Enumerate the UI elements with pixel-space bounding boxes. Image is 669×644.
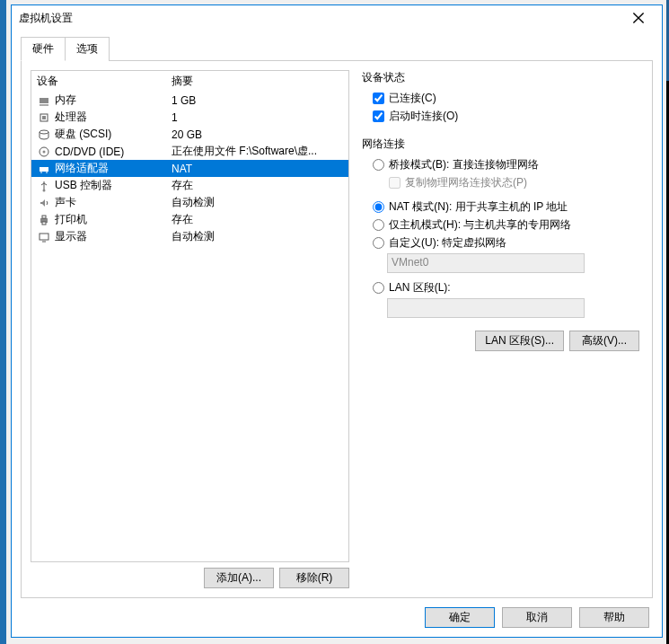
- right-buttons: LAN 区段(S)... 高级(V)...: [362, 331, 639, 351]
- tab-options[interactable]: 选项: [65, 37, 110, 61]
- lanseg-select: [387, 298, 585, 318]
- device-icon: [37, 93, 51, 108]
- device-label: 处理器: [55, 110, 172, 125]
- remove-button[interactable]: 移除(R): [279, 568, 349, 588]
- connect-power-label: 启动时连接(O): [389, 109, 458, 124]
- dialog-footer: 确定 取消 帮助: [21, 598, 653, 628]
- device-summary: 1: [172, 111, 343, 124]
- device-row-sound[interactable]: 声卡自动检测: [31, 194, 348, 211]
- device-icon: [37, 213, 51, 227]
- device-label: 显示器: [55, 229, 172, 244]
- replicate-row: 复制物理网络连接状态(P): [389, 175, 639, 190]
- printer-icon: [38, 214, 50, 226]
- cd-icon: [38, 146, 50, 158]
- cancel-button[interactable]: 取消: [502, 607, 572, 628]
- device-label: 声卡: [55, 195, 172, 210]
- left-panel: 设备 摘要 内存1 GB处理器1硬盘 (SCSI)20 GBCD/DVD (ID…: [31, 70, 349, 588]
- left-buttons: 添加(A)... 移除(R): [31, 568, 349, 588]
- custom-row[interactable]: 自定义(U): 特定虚拟网络: [373, 235, 639, 251]
- help-button[interactable]: 帮助: [579, 607, 649, 628]
- hostonly-row[interactable]: 仅主机模式(H): 与主机共享的专用网络: [373, 217, 639, 233]
- svg-point-5: [43, 150, 46, 153]
- device-summary: NAT: [172, 163, 343, 175]
- nat-label: NAT 模式(N): 用于共享主机的 IP 地址: [389, 199, 568, 215]
- device-status-group: 设备状态 已连接(C) 启动时连接(O): [362, 70, 639, 124]
- device-summary: 存在: [172, 178, 343, 193]
- network-connection-group: 网络连接 桥接模式(B): 直接连接物理网络 复制物理网络连接状态(P) NAT…: [362, 137, 639, 318]
- svg-rect-9: [42, 216, 46, 218]
- dialog-body: 硬件 选项 设备 摘要 内存1 GB处理器1硬盘 (SCSI)20 GBCD/D…: [12, 31, 662, 637]
- device-row-disk[interactable]: 硬盘 (SCSI)20 GB: [31, 126, 348, 143]
- connect-power-checkbox[interactable]: [373, 110, 384, 122]
- left-edge: [0, 0, 6, 644]
- titlebar[interactable]: 虚拟机设置: [12, 5, 662, 31]
- device-summary: 正在使用文件 F:\Software\虚...: [172, 144, 343, 159]
- tab-content: 设备 摘要 内存1 GB处理器1硬盘 (SCSI)20 GBCD/DVD (ID…: [21, 60, 653, 598]
- usb-icon: [38, 180, 50, 192]
- device-icon: [37, 162, 51, 176]
- svg-rect-2: [42, 116, 46, 119]
- hostonly-radio[interactable]: [373, 219, 384, 231]
- device-row-net[interactable]: 网络适配器NAT: [31, 160, 348, 177]
- vm-settings-dialog: 虚拟机设置 硬件 选项 设备 摘要 内存1 GB处理器1硬盘 (SCSI)20 …: [11, 4, 663, 638]
- lanseg-row[interactable]: LAN 区段(L):: [373, 280, 639, 296]
- device-label: CD/DVD (IDE): [55, 146, 172, 158]
- tab-row: 硬件 选项: [21, 36, 653, 60]
- device-label: USB 控制器: [55, 178, 172, 193]
- netconn-label: 网络连接: [362, 137, 639, 152]
- device-icon: [37, 128, 51, 142]
- device-summary: 20 GB: [172, 128, 343, 141]
- svg-point-3: [40, 130, 48, 134]
- device-list-header: 设备 摘要: [31, 71, 348, 92]
- svg-rect-0: [40, 98, 48, 103]
- nat-radio[interactable]: [373, 201, 384, 213]
- connect-power-row[interactable]: 启动时连接(O): [373, 109, 639, 124]
- hostonly-label: 仅主机模式(H): 与主机共享的专用网络: [389, 217, 571, 233]
- header-summary: 摘要: [172, 74, 343, 89]
- connected-row[interactable]: 已连接(C): [373, 91, 639, 106]
- svg-rect-11: [40, 234, 48, 240]
- lan-segments-button[interactable]: LAN 区段(S)...: [475, 331, 564, 351]
- svg-rect-6: [40, 167, 48, 172]
- ok-button[interactable]: 确定: [425, 607, 495, 628]
- right-panel: 设备状态 已连接(C) 启动时连接(O) 网络连接 桥接模式(B): 直接连接物…: [358, 70, 643, 588]
- device-row-memory[interactable]: 内存1 GB: [31, 92, 348, 109]
- header-device: 设备: [37, 74, 172, 89]
- lanseg-radio[interactable]: [373, 282, 384, 294]
- device-icon: [37, 145, 51, 159]
- device-row-cd[interactable]: CD/DVD (IDE)正在使用文件 F:\Software\虚...: [31, 143, 348, 160]
- device-summary: 自动检测: [172, 229, 343, 244]
- device-icon: [37, 230, 51, 244]
- close-button[interactable]: [621, 8, 656, 28]
- device-list[interactable]: 设备 摘要 内存1 GB处理器1硬盘 (SCSI)20 GBCD/DVD (ID…: [31, 70, 349, 562]
- sound-icon: [38, 197, 50, 209]
- bridged-radio[interactable]: [373, 159, 384, 171]
- replicate-label: 复制物理网络连接状态(P): [405, 175, 527, 190]
- memory-icon: [38, 94, 50, 107]
- device-icon: [37, 110, 51, 125]
- device-label: 内存: [55, 93, 172, 108]
- device-row-printer[interactable]: 打印机存在: [31, 211, 348, 228]
- add-button[interactable]: 添加(A)...: [204, 568, 274, 588]
- dialog-title: 虚拟机设置: [19, 11, 73, 26]
- display-icon: [38, 231, 50, 243]
- device-row-cpu[interactable]: 处理器1: [31, 109, 348, 126]
- device-summary: 自动检测: [172, 195, 343, 210]
- connected-checkbox[interactable]: [373, 93, 384, 104]
- device-label: 硬盘 (SCSI): [55, 127, 172, 142]
- custom-radio[interactable]: [373, 237, 384, 249]
- nat-row[interactable]: NAT 模式(N): 用于共享主机的 IP 地址: [373, 199, 639, 215]
- device-summary: 1 GB: [172, 94, 343, 107]
- svg-point-7: [43, 189, 46, 191]
- bridged-label: 桥接模式(B): 直接连接物理网络: [389, 157, 539, 172]
- vmnet-select: VMnet0: [387, 253, 585, 273]
- net-icon: [38, 163, 50, 175]
- connected-label: 已连接(C): [389, 91, 436, 106]
- device-icon: [37, 179, 51, 193]
- advanced-button[interactable]: 高级(V)...: [569, 331, 639, 351]
- device-row-display[interactable]: 显示器自动检测: [31, 228, 348, 245]
- lanseg-label: LAN 区段(L):: [389, 280, 451, 296]
- device-row-usb[interactable]: USB 控制器存在: [31, 177, 348, 194]
- bridged-row[interactable]: 桥接模式(B): 直接连接物理网络: [373, 157, 639, 172]
- tab-hardware[interactable]: 硬件: [21, 37, 66, 61]
